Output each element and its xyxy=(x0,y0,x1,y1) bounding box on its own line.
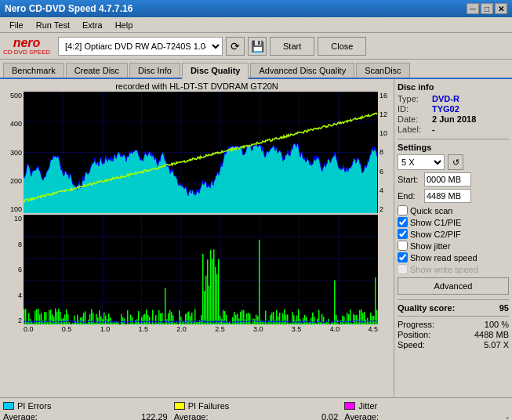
tab-benchmark[interactable]: Benchmark xyxy=(3,63,64,78)
pi-errors-group: PI Errors Average: 122.29 Maximum: 218 T… xyxy=(3,401,168,420)
speed-label: Speed: xyxy=(398,340,425,349)
tabs-bar: Benchmark Create Disc Disc Info Disc Qua… xyxy=(0,60,512,79)
divider-2 xyxy=(398,299,509,300)
speed-select[interactable]: 5 X 4 X 8 X Max xyxy=(398,154,445,170)
quality-score-value: 95 xyxy=(499,303,509,313)
menu-runtest[interactable]: Run Test xyxy=(30,19,76,31)
toolbar: nero CD·DVD SPEED [4:2] Optiarc DVD RW A… xyxy=(0,33,512,60)
menu-extra[interactable]: Extra xyxy=(76,19,109,31)
progress-label: Progress: xyxy=(398,320,434,329)
start-row: Start: 0000 MB xyxy=(398,172,509,186)
titlebar: Nero CD-DVD Speed 4.7.7.16 ─ □ ✕ xyxy=(0,0,512,17)
write-speed-row: Show write speed xyxy=(398,264,509,274)
divider-1 xyxy=(398,139,509,139)
disc-type-label: Type: xyxy=(398,94,429,103)
drive-selector[interactable]: [4:2] Optiarc DVD RW AD-7240S 1.04 xyxy=(58,37,223,56)
tab-advanceddiscquality[interactable]: Advanced Disc Quality xyxy=(250,63,354,78)
start-input[interactable]: 0000 MB xyxy=(424,172,471,186)
pi-failures-legend-label: PI Failures xyxy=(188,401,230,411)
quick-scan-checkbox[interactable] xyxy=(398,205,408,215)
show-c1pie-label[interactable]: Show C1/PIE xyxy=(410,218,461,227)
tab-discquality[interactable]: Disc Quality xyxy=(182,63,249,79)
show-c2pif-checkbox[interactable] xyxy=(398,229,408,239)
show-c1pie-checkbox[interactable] xyxy=(398,217,408,227)
maximize-button[interactable]: □ xyxy=(481,3,493,14)
pi-failures-group: PI Failures Average: 0.02 Maximum: 9 Tot… xyxy=(174,401,339,420)
close-app-button[interactable]: Close xyxy=(318,37,366,56)
y-bot-8: 8 xyxy=(2,241,22,248)
speed-value: 5.07 X xyxy=(484,340,509,349)
pi-errors-avg-value: 122.29 xyxy=(141,412,168,420)
tab-createdisc[interactable]: Create Disc xyxy=(66,63,128,78)
tab-discinfo[interactable]: Disc Info xyxy=(129,63,180,78)
chart-title: recorded with HL-DT-ST DVDRAM GT20N xyxy=(2,81,392,92)
divider-3 xyxy=(398,316,509,317)
c1pie-row: Show C1/PIE xyxy=(398,217,509,227)
window-controls[interactable]: ─ □ ✕ xyxy=(467,3,507,14)
advanced-button[interactable]: Advanced xyxy=(398,277,509,295)
pi-errors-avg: Average: 122.29 xyxy=(3,412,168,420)
menu-help[interactable]: Help xyxy=(109,19,140,31)
disc-date-row: Date: 2 Jun 2018 xyxy=(398,114,509,124)
x-2.0: 2.0 xyxy=(176,325,187,333)
stats-bar: PI Errors Average: 122.29 Maximum: 218 T… xyxy=(0,397,512,420)
start-button[interactable]: Start xyxy=(270,37,314,56)
menu-file[interactable]: File xyxy=(3,19,30,31)
show-jitter-checkbox[interactable] xyxy=(398,241,408,251)
chart-area: recorded with HL-DT-ST DVDRAM GT20N 500 … xyxy=(0,79,394,397)
disc-label-value: - xyxy=(432,125,435,134)
quick-scan-label[interactable]: Quick scan xyxy=(410,206,452,215)
refresh-icon[interactable]: ⟳ xyxy=(226,37,245,56)
jitter-avg-value: - xyxy=(506,412,509,420)
end-label: End: xyxy=(398,191,421,201)
y-top-500: 500 xyxy=(2,92,22,100)
disc-label-row: Label: - xyxy=(398,125,509,134)
show-jitter-label[interactable]: Show jitter xyxy=(410,241,450,251)
bottom-chart xyxy=(24,215,378,324)
end-input[interactable]: 4489 MB xyxy=(424,189,471,203)
y-top-400: 400 xyxy=(2,120,22,128)
y-top-200: 200 xyxy=(2,177,22,185)
settings-title: Settings xyxy=(398,143,509,152)
tab-scandisc[interactable]: ScanDisc xyxy=(356,63,409,78)
speed-row: 5 X 4 X 8 X Max ↺ xyxy=(398,154,509,170)
jitter-legend-label: Jitter xyxy=(358,401,377,411)
reset-icon[interactable]: ↺ xyxy=(448,154,463,170)
y-bot-2: 2 xyxy=(2,317,22,324)
disc-info-title: Disc info xyxy=(398,82,509,92)
read-speed-row: Show read speed xyxy=(398,252,509,262)
disc-type-value: DVD-R xyxy=(432,94,459,103)
pi-errors-avg-label: Average: xyxy=(3,412,38,420)
y-right-2: 2 xyxy=(379,205,392,213)
cdspeed-logo: CD·DVD SPEED xyxy=(3,49,50,56)
minimize-button[interactable]: ─ xyxy=(467,3,479,14)
disc-info-section: Disc info Type: DVD-R ID: TYG02 Date: 2 … xyxy=(398,82,509,134)
main-content: recorded with HL-DT-ST DVDRAM GT20N 500 … xyxy=(0,79,512,397)
end-row: End: 4489 MB xyxy=(398,189,509,203)
x-0.0: 0.0 xyxy=(24,325,34,333)
x-3.0: 3.0 xyxy=(253,325,263,333)
x-4.5: 4.5 xyxy=(368,325,378,333)
c2pif-row: Show C2/PIF xyxy=(398,229,509,239)
pi-errors-legend-color xyxy=(3,402,14,410)
quick-scan-row: Quick scan xyxy=(398,205,509,215)
right-panel: Disc info Type: DVD-R ID: TYG02 Date: 2 … xyxy=(394,79,512,397)
x-1.5: 1.5 xyxy=(138,325,148,333)
top-chart xyxy=(24,92,378,213)
save-icon[interactable]: 💾 xyxy=(248,37,267,56)
app-logo: nero CD·DVD SPEED xyxy=(3,37,50,56)
pi-failures-avg-label: Average: xyxy=(174,412,209,420)
show-write-speed-label: Show write speed xyxy=(410,265,478,274)
x-2.5: 2.5 xyxy=(215,325,225,333)
close-button[interactable]: ✕ xyxy=(495,3,507,14)
show-read-speed-label[interactable]: Show read speed xyxy=(410,253,478,262)
y-bot-6: 6 xyxy=(2,266,22,273)
disc-label-label: Label: xyxy=(398,125,429,134)
quality-score-row: Quality score: 95 xyxy=(398,303,509,313)
jitter-row: Show jitter xyxy=(398,241,509,251)
show-read-speed-checkbox[interactable] xyxy=(398,252,408,262)
app-title: Nero CD-DVD Speed 4.7.7.16 xyxy=(5,3,467,14)
y-top-300: 300 xyxy=(2,149,22,157)
show-c2pif-label[interactable]: Show C2/PIF xyxy=(410,230,461,239)
pi-errors-legend: PI Errors xyxy=(3,401,168,411)
